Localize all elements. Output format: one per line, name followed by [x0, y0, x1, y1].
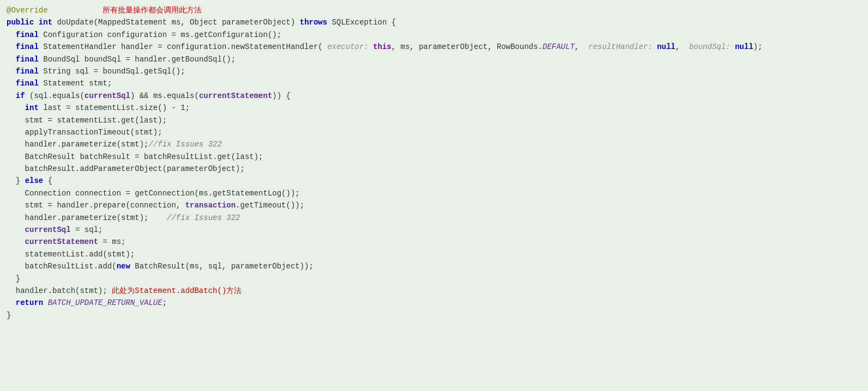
code-line-6: final String sql = boundSql.getSql();: [0, 65, 868, 77]
code-line-12: handler.parameterize(stmt);//fix Issues …: [0, 138, 868, 150]
code-line-10: stmt = statementList.get(last);: [0, 114, 868, 126]
code-line-13: BatchResult batchResult = batchResultLis…: [0, 151, 868, 163]
code-line-4: final StatementHandler handler = configu…: [0, 41, 868, 53]
comment-override: 所有批量操作都会调用此方法: [103, 6, 202, 15]
code-line-26: }: [0, 309, 868, 321]
code-line-19: currentSql = sql;: [0, 224, 868, 236]
code-line-17: stmt = handler.prepare(connection, trans…: [0, 199, 868, 211]
code-container: @Override 所有批量操作都会调用此方法 public int doUpd…: [0, 0, 868, 391]
code-line-21: statementList.add(stmt);: [0, 248, 868, 260]
code-line-15: } else {: [0, 175, 868, 187]
code-line-7: final Statement stmt;: [0, 77, 868, 89]
comment-batch: 此处为Statement.addBatch()方法: [112, 286, 242, 295]
code-line-22: batchResultList.add(new BatchResult(ms, …: [0, 260, 868, 272]
code-line-20: currentStatement = ms;: [0, 236, 868, 248]
annotation-override: @Override: [7, 6, 48, 15]
code-line-16: Connection connection = getConnection(ms…: [0, 187, 868, 199]
code-line-8: if (sql.equals(currentSql) && ms.equals(…: [0, 90, 868, 102]
code-line-14: batchResult.addParameterObject(parameter…: [0, 163, 868, 175]
code-line-5: final BoundSql boundSql = handler.getBou…: [0, 53, 868, 65]
code-line-11: applyTransactionTimeout(stmt);: [0, 126, 868, 138]
code-line-9: int last = statementList.size() - 1;: [0, 102, 868, 114]
code-line-23: }: [0, 273, 868, 285]
code-line-2: public int doUpdate(MappedStatement ms, …: [0, 16, 868, 28]
code-line-1: @Override 所有批量操作都会调用此方法: [0, 4, 868, 16]
code-line-18: handler.parameterize(stmt); //fix Issues…: [0, 212, 868, 224]
code-line-25: return BATCH_UPDATE_RETURN_VALUE;: [0, 297, 868, 309]
code-line-24: handler.batch(stmt); 此处为Statement.addBat…: [0, 285, 868, 297]
code-line-3: final Configuration configuration = ms.g…: [0, 29, 868, 41]
